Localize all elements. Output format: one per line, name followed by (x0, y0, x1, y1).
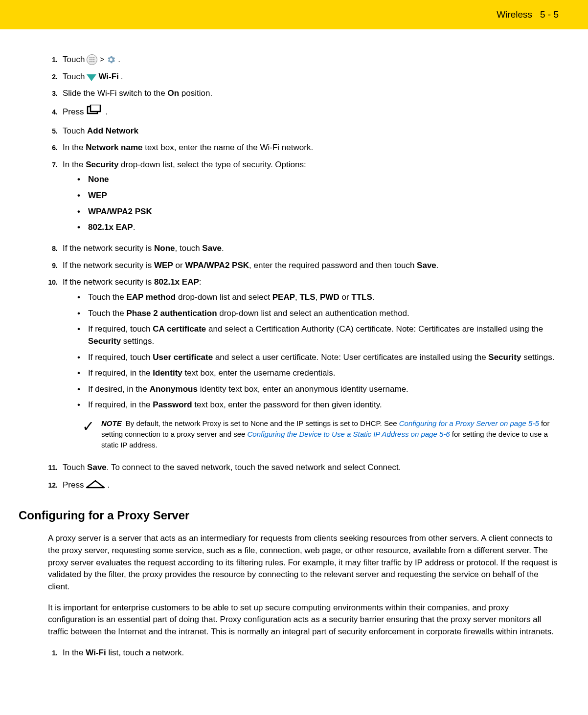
eap-item-3: If required, touch CA certificate and se… (77, 323, 559, 347)
ca-cert-label: CA certificate (153, 324, 206, 334)
tls-label: TLS (299, 292, 315, 302)
step-text: Touch (63, 71, 85, 83)
t: drop-down list and select (176, 292, 272, 302)
step-text: . To connect to the saved network, touch… (107, 463, 401, 472)
period: . (121, 71, 123, 83)
svg-point-4 (91, 59, 92, 60)
step-text: In the (63, 143, 86, 152)
period: . (222, 244, 224, 253)
step-3: 3. Slide the Wi-Fi switch to the On posi… (48, 88, 559, 100)
eap-item-5: If required, in the Identity text box, e… (77, 367, 559, 380)
gear-icon (106, 55, 116, 65)
note-text: By default, the network Proxy is set to … (126, 419, 399, 427)
step-text: Touch (63, 463, 87, 472)
t: drop-down list and select an authenticat… (217, 309, 409, 318)
security-label: Security (86, 160, 118, 169)
step-9: 9. If the network security is WEP or WPA… (48, 260, 559, 272)
page-content: 1. Touch > . 2. Touch Wi-Fi. 3. Sl (0, 29, 588, 673)
period: . (436, 261, 439, 270)
t: , (316, 292, 320, 302)
option-label: None (88, 174, 109, 186)
step-text: If the network security is (63, 277, 154, 287)
wifi-icon (87, 74, 96, 81)
recent-apps-icon (86, 105, 103, 120)
step-10: 10. If the network security is 802.1x EA… (48, 276, 559, 457)
step-text: list, touch a network. (106, 648, 184, 657)
save-label: Save (87, 463, 107, 472)
step-text: Touch (63, 126, 87, 135)
svg-point-7 (91, 61, 92, 62)
step-number: 4. (48, 106, 63, 117)
wep-label: WEP (154, 261, 173, 270)
home-icon (86, 479, 105, 492)
t: If required, touch (88, 353, 153, 362)
step-11: 11. Touch Save. To connect to the saved … (48, 462, 559, 474)
header-page-number: 5 - 5 (540, 9, 559, 20)
t: Touch the (88, 309, 126, 318)
step-text: , enter the required password and then t… (249, 261, 417, 270)
step-6: 6. In the Network name text box, enter t… (48, 142, 559, 154)
section-heading-proxy: Configuring for a Proxy Server (19, 507, 559, 524)
t: If required, in the (88, 368, 153, 378)
period: . (107, 479, 110, 492)
step-4: 4. Press . (48, 105, 559, 120)
option-none: None (77, 174, 559, 186)
option-wep: WEP (77, 190, 559, 202)
eap-sub-list: Touch the EAP method drop-down list and … (77, 291, 559, 411)
step-text: If the network security is (63, 261, 154, 270)
step-text: drop-down list, select the type of secur… (118, 160, 306, 169)
peap-label: PEAP (272, 292, 295, 302)
option-eap: 802.1x EAP. (77, 222, 559, 234)
step-number: 7. (48, 159, 63, 170)
svg-point-6 (90, 61, 90, 62)
t: Touch the (88, 292, 126, 302)
user-cert-label: User certificate (153, 353, 213, 362)
step-text: position. (179, 89, 212, 98)
none-label: None (154, 244, 175, 253)
eap-item-7: If required, in the Password text box, e… (77, 399, 559, 411)
step-number: 2. (48, 71, 63, 82)
note-link-static-ip[interactable]: Configuring the Device to Use a Static I… (248, 430, 450, 438)
eap-label: 802.1x EAP (154, 277, 199, 287)
eap-method-label: EAP method (126, 292, 176, 302)
proxy-step-1: 1. In the Wi-Fi list, touch a network. (48, 647, 559, 659)
note-link-proxy[interactable]: Configuring for a Proxy Server on page 5… (399, 419, 539, 427)
header-chapter-text: Wireless (497, 9, 532, 20)
step-number: 9. (48, 260, 63, 270)
svg-point-1 (91, 57, 92, 58)
note-body: NOTE By default, the network Proxy is se… (101, 418, 559, 450)
pwd-label: PWD (320, 292, 339, 302)
t: settings. (121, 336, 154, 346)
step-text: If the network security is (63, 244, 154, 253)
proxy-paragraph-1: A proxy server is a server that acts as … (48, 533, 559, 593)
phase2-label: Phase 2 authentication (126, 309, 217, 318)
t: If required, in the (88, 400, 153, 409)
option-label: WEP (88, 190, 107, 202)
step-text: Press (63, 106, 84, 118)
period: . (372, 292, 375, 302)
step-2: 2. Touch Wi-Fi. (48, 71, 559, 83)
step-number: 8. (48, 243, 63, 253)
svg-point-3 (90, 59, 90, 60)
step-text: In the (63, 648, 86, 657)
svg-point-5 (93, 59, 94, 60)
step-text: In the (63, 160, 86, 169)
period: . (105, 106, 108, 118)
apps-icon (87, 54, 97, 65)
wpa-label: WPA/WPA2 PSK (185, 261, 249, 270)
step-number: 5. (48, 125, 63, 136)
eap-item-2: Touch the Phase 2 authentication drop-do… (77, 308, 559, 320)
step-number: 11. (48, 462, 63, 472)
period: . (133, 223, 136, 232)
t: If desired, in the (88, 384, 150, 394)
save-label: Save (417, 261, 436, 270)
step-number: 10. (48, 276, 63, 287)
eap-item-1: Touch the EAP method drop-down list and … (77, 291, 559, 304)
step-number: 1. (48, 647, 63, 658)
step-number: 6. (48, 142, 63, 153)
security-label: Security (488, 353, 521, 362)
step-text: or (173, 261, 185, 270)
ttls-label: TTLS (351, 292, 372, 302)
instruction-list: 1. Touch > . 2. Touch Wi-Fi. 3. Sl (48, 54, 559, 492)
t: text box, enter the password for then gi… (192, 400, 382, 409)
